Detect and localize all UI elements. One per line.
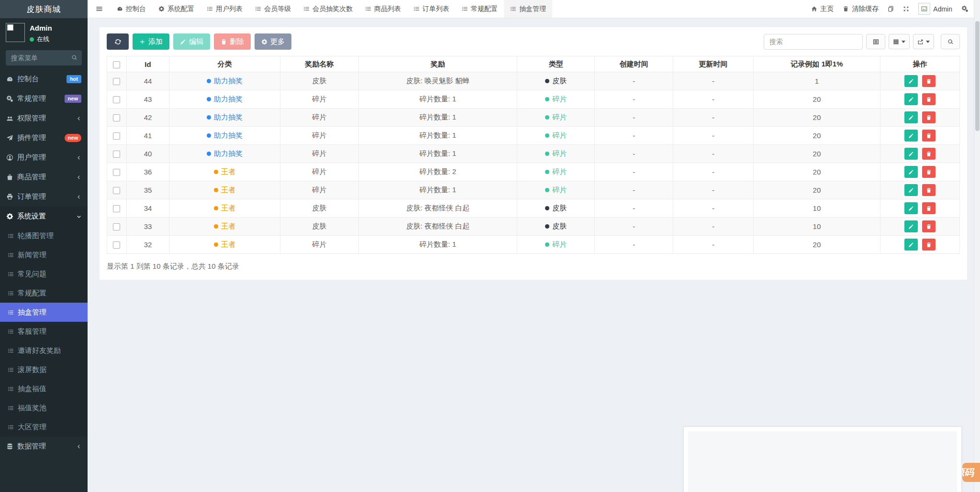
table-row: 32 王者 碎片 碎片数量: 1 碎片 - - 20 — [107, 236, 960, 254]
row-delete-button[interactable] — [922, 75, 935, 87]
row-checkbox[interactable] — [113, 114, 120, 121]
sidebar-item[interactable]: 系统设置 — [0, 207, 88, 226]
row-edit-button[interactable] — [904, 111, 918, 123]
table-search-button[interactable] — [941, 34, 960, 49]
top-tab[interactable]: 商品列表 — [359, 0, 407, 18]
row-edit-button[interactable] — [904, 75, 918, 87]
sidebar-subitem[interactable]: 邀请好友奖励 — [0, 341, 88, 360]
toggle-view-button[interactable] — [866, 34, 885, 49]
row-checkbox[interactable] — [113, 241, 120, 249]
row-delete-button[interactable] — [922, 184, 935, 196]
row-delete-button[interactable] — [922, 111, 935, 123]
category-link[interactable]: 助力抽奖 — [207, 131, 243, 139]
row-edit-button[interactable] — [904, 184, 918, 196]
plus-icon — [139, 39, 145, 45]
row-checkbox[interactable] — [113, 223, 120, 230]
edit-button[interactable]: 编辑 — [173, 33, 210, 50]
category-link[interactable]: 王者 — [214, 167, 235, 175]
pencil-icon — [908, 206, 914, 211]
top-tab-label: 会员抽奖次数 — [312, 5, 353, 13]
more-button[interactable]: 更多 — [255, 33, 291, 50]
row-edit-button[interactable] — [904, 166, 918, 178]
row-checkbox[interactable] — [113, 187, 120, 194]
top-tab[interactable]: 抽盒管理 — [504, 0, 552, 18]
sidebar-subitem[interactable]: 新闻管理 — [0, 245, 88, 264]
sidebar-item[interactable]: 控制台hot — [0, 69, 88, 89]
row-edit-button[interactable] — [904, 148, 918, 160]
user-menu[interactable]: Admin — [918, 3, 952, 15]
cell-reward: 碎片数量: 1 — [358, 127, 517, 145]
row-delete-button[interactable] — [922, 220, 935, 232]
row-checkbox[interactable] — [113, 132, 120, 140]
row-checkbox[interactable] — [113, 205, 120, 212]
category-link[interactable]: 助力抽奖 — [207, 149, 243, 157]
sidebar-subitem[interactable]: 滚屏数据 — [0, 360, 88, 379]
sidebar-item[interactable]: 用户管理 — [0, 148, 88, 167]
category-link[interactable]: 王者 — [214, 240, 235, 248]
sidebar-toggle-button[interactable] — [88, 0, 111, 18]
select-all-checkbox[interactable] — [113, 61, 120, 68]
sidebar-subitem[interactable]: 抽盒福值 — [0, 379, 88, 398]
sidebar-subitem[interactable]: 常见问题 — [0, 264, 88, 284]
type-dot-icon — [545, 79, 549, 83]
category-link[interactable]: 王者 — [214, 204, 235, 212]
sidebar-item[interactable]: 权限管理 — [0, 109, 88, 128]
sidebar-subitem[interactable]: 轮播图管理 — [0, 226, 88, 245]
row-edit-button[interactable] — [904, 93, 918, 105]
sidebar-subitem[interactable]: 大区管理 — [0, 417, 88, 437]
row-delete-button[interactable] — [922, 166, 935, 178]
sidebar-item-label: 数据管理 — [17, 442, 77, 451]
fullscreen-button[interactable] — [903, 6, 909, 12]
category-link[interactable]: 王者 — [214, 222, 235, 230]
row-delete-button[interactable] — [922, 148, 935, 160]
category-link[interactable]: 助力抽奖 — [207, 113, 243, 121]
row-checkbox[interactable] — [113, 169, 120, 176]
report-button[interactable] — [888, 6, 894, 12]
row-edit-button[interactable] — [904, 239, 918, 251]
sidebar-item[interactable]: 数据管理 — [0, 437, 88, 456]
row-edit-button[interactable] — [904, 220, 918, 232]
settings-button[interactable] — [961, 5, 969, 12]
row-checkbox[interactable] — [113, 78, 120, 85]
table-search-input[interactable] — [764, 34, 863, 50]
sidebar-item[interactable]: 插件管理new — [0, 128, 88, 148]
top-tab[interactable]: 用户列表 — [200, 0, 249, 18]
top-tab[interactable]: 会员等级 — [249, 0, 297, 18]
category-link[interactable]: 王者 — [214, 186, 235, 194]
scrollbar-track[interactable] — [974, 0, 980, 492]
add-button[interactable]: 添加 — [133, 33, 169, 50]
cell-id: 41 — [126, 127, 169, 145]
row-delete-button[interactable] — [922, 130, 935, 142]
row-delete-button[interactable] — [922, 202, 935, 214]
export-button[interactable] — [913, 34, 934, 49]
delete-button[interactable]: 删除 — [214, 33, 251, 50]
top-tab[interactable]: 订单列表 — [407, 0, 456, 18]
row-checkbox[interactable] — [113, 96, 120, 103]
row-checkbox[interactable] — [113, 151, 120, 158]
sidebar-subitem[interactable]: 抽盒管理 — [0, 303, 88, 322]
sidebar-item[interactable]: 订单管理 — [0, 187, 88, 207]
category-link[interactable]: 助力抽奖 — [207, 95, 243, 103]
row-delete-button[interactable] — [922, 239, 935, 251]
top-tab[interactable]: 会员抽奖次数 — [297, 0, 359, 18]
clear-cache-link[interactable]: 清除缓存 — [843, 5, 879, 13]
source-code-tag-label: 源码 — [962, 466, 974, 479]
category-link[interactable]: 助力抽奖 — [207, 77, 243, 85]
sidebar-item[interactable]: 常规管理new — [0, 89, 88, 109]
row-edit-button[interactable] — [904, 130, 918, 142]
top-tab[interactable]: 控制台 — [111, 0, 152, 18]
sidebar-search-input[interactable] — [6, 50, 82, 66]
sidebar-item[interactable]: 商品管理 — [0, 167, 88, 187]
top-tab[interactable]: 系统配置 — [152, 0, 200, 18]
sidebar-subitem[interactable]: 常规配置 — [0, 284, 88, 303]
row-edit-button[interactable] — [904, 202, 918, 214]
source-code-tag[interactable]: 源码 — [962, 463, 980, 482]
columns-button[interactable] — [889, 34, 910, 49]
refresh-button[interactable] — [107, 33, 129, 50]
sidebar-subitem[interactable]: 客服管理 — [0, 322, 88, 341]
scrollbar-thumb[interactable] — [975, 21, 980, 131]
row-delete-button[interactable] — [922, 93, 935, 105]
home-link[interactable]: 主页 — [811, 5, 834, 13]
top-tab[interactable]: 常规配置 — [456, 0, 504, 18]
sidebar-subitem[interactable]: 福值奖池 — [0, 398, 88, 417]
